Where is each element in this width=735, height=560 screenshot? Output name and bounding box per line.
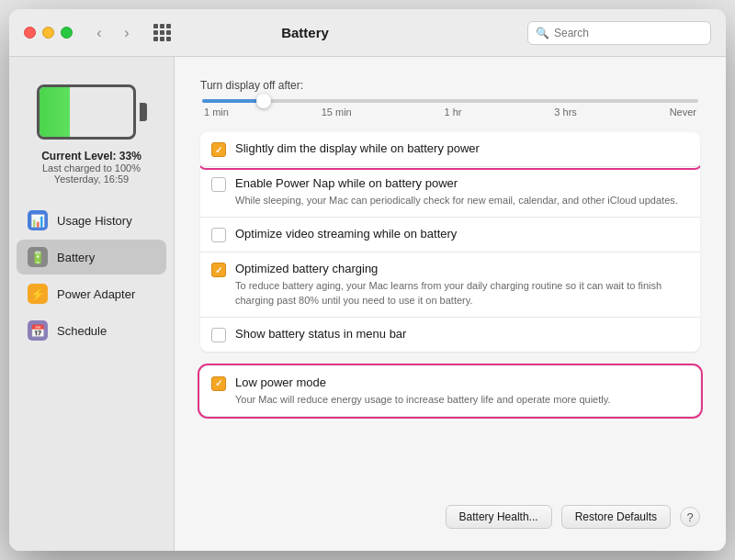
search-input[interactable]	[554, 27, 703, 39]
battery-tip	[140, 103, 147, 121]
traffic-lights	[24, 27, 73, 39]
display-section: Turn display off after: 1 min 15 min 1 h…	[200, 79, 700, 118]
option-dim-display: Slightly dim the display while on batter…	[200, 132, 700, 167]
option-show-status: Show battery status in menu bar	[200, 318, 700, 352]
option-lowpower-desc: Your Mac will reduce energy usage to inc…	[235, 393, 689, 407]
low-power-group: Low power mode Your Mac will reduce ener…	[200, 366, 700, 416]
option-powernap-text: Enable Power Nap while on battery power …	[235, 176, 689, 207]
battery-status: Current Level: 33% Last charged to 100% …	[9, 72, 174, 203]
close-button[interactable]	[24, 27, 36, 39]
option-powernap-title: Enable Power Nap while on battery power	[235, 176, 689, 192]
option-dim-text: Slightly dim the display while on batter…	[235, 141, 689, 157]
option-status-title: Show battery status in menu bar	[235, 327, 689, 342]
slider-label-1hr: 1 hr	[445, 106, 462, 118]
battery-icon-nav: 🔋	[28, 247, 48, 267]
restore-defaults-button[interactable]: Restore Defaults	[561, 505, 671, 529]
option-low-power: Low power mode Your Mac will reduce ener…	[200, 366, 700, 416]
usage-history-icon: 📊	[28, 210, 48, 230]
back-button[interactable]: ‹	[87, 21, 111, 45]
checkbox-low-power[interactable]	[211, 376, 226, 391]
slider-labels: 1 min 15 min 1 hr 3 hrs Never	[202, 106, 698, 118]
battery-health-button[interactable]: Battery Health...	[446, 505, 552, 529]
battery-body	[37, 84, 136, 140]
option-charging-desc: To reduce battery aging, your Mac learns…	[235, 279, 689, 308]
option-video-streaming: Optimize video streaming while on batter…	[200, 218, 700, 252]
schedule-icon: 📅	[28, 320, 48, 341]
slider-label-never: Never	[670, 106, 696, 118]
search-box[interactable]: 🔍	[527, 21, 711, 45]
last-charged-time: Yesterday, 16:59	[41, 174, 141, 185]
system-preferences-window: ‹ › Battery 🔍	[9, 9, 726, 551]
sidebar-item-battery[interactable]: 🔋 Battery	[17, 240, 166, 274]
option-status-text: Show battery status in menu bar	[235, 327, 689, 342]
option-power-nap: Enable Power Nap while on battery power …	[200, 167, 700, 218]
battery-fill	[40, 87, 71, 137]
option-video-title: Optimize video streaming while on batter…	[235, 227, 689, 242]
usage-history-label: Usage History	[57, 214, 132, 228]
display-section-label: Turn display off after:	[200, 79, 700, 92]
option-powernap-desc: While sleeping, your Mac can periodicall…	[235, 194, 689, 207]
minimize-button[interactable]	[42, 27, 54, 39]
schedule-label: Schedule	[57, 324, 107, 338]
main-panel: Turn display off after: 1 min 15 min 1 h…	[175, 57, 726, 551]
battery-info: Current Level: 33% Last charged to 100% …	[41, 150, 141, 185]
sidebar: Current Level: 33% Last charged to 100% …	[9, 57, 175, 551]
checkbox-power-nap[interactable]	[211, 177, 226, 192]
checkbox-show-status[interactable]	[211, 328, 226, 342]
option-lowpower-title: Low power mode	[235, 375, 689, 391]
sidebar-item-power-adapter[interactable]: ⚡ Power Adapter	[17, 276, 166, 311]
help-button[interactable]: ?	[680, 507, 700, 527]
maximize-button[interactable]	[61, 27, 73, 39]
nav-buttons: ‹ ›	[87, 21, 139, 45]
checkbox-dim-display[interactable]	[211, 142, 226, 157]
battery-icon	[37, 83, 147, 142]
adapter-icon: ⚡	[28, 284, 48, 304]
option-video-text: Optimize video streaming while on batter…	[235, 227, 689, 242]
sidebar-nav: 📊 Usage History 🔋 Battery ⚡ Power Adapte…	[9, 203, 174, 348]
slider-track	[202, 99, 698, 103]
adapter-label: Power Adapter	[57, 287, 135, 301]
search-icon: 🔍	[536, 27, 549, 39]
options-group: Slightly dim the display while on batter…	[200, 132, 700, 352]
last-charged: Last charged to 100%	[41, 162, 141, 174]
checkbox-video-streaming[interactable]	[211, 228, 226, 242]
option-charging-title: Optimized battery charging	[235, 262, 689, 277]
option-optimized-charging: Optimized battery charging To reduce bat…	[200, 252, 700, 318]
window-title: Battery	[186, 25, 424, 40]
option-lowpower-text: Low power mode Your Mac will reduce ener…	[235, 375, 689, 407]
forward-button[interactable]: ›	[115, 21, 139, 45]
sidebar-item-usage-history[interactable]: 📊 Usage History	[17, 203, 166, 238]
slider-label-15min: 15 min	[322, 106, 352, 118]
sidebar-item-schedule[interactable]: 📅 Schedule	[17, 313, 166, 348]
checkbox-optimized-charging[interactable]	[211, 263, 226, 277]
slider-fill	[202, 99, 262, 103]
battery-label: Battery	[57, 251, 95, 264]
main-content: Current Level: 33% Last charged to 100% …	[9, 57, 726, 551]
slider-label-1min: 1 min	[204, 106, 229, 118]
titlebar: ‹ › Battery 🔍	[9, 9, 726, 57]
slider-container: 1 min 15 min 1 hr 3 hrs Never	[200, 99, 700, 118]
option-dim-title: Slightly dim the display while on batter…	[235, 141, 689, 157]
option-charging-text: Optimized battery charging To reduce bat…	[235, 262, 689, 308]
current-level: Current Level: 33%	[41, 150, 141, 162]
bottom-buttons: Battery Health... Restore Defaults ?	[200, 498, 700, 529]
slider-label-3hrs: 3 hrs	[554, 106, 576, 118]
grid-icon[interactable]	[153, 24, 171, 41]
